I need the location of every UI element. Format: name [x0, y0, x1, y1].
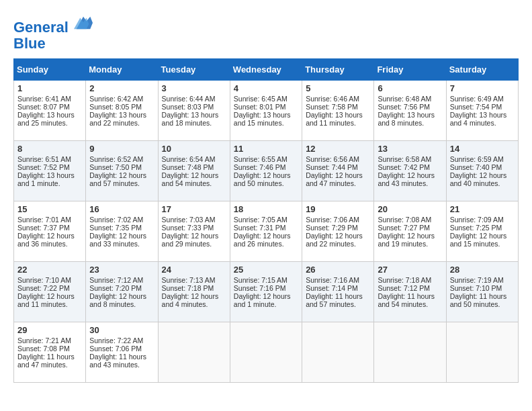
- svg-marker-1: [74, 18, 89, 30]
- day-info-line: Sunrise: 6:58 AM: [378, 155, 442, 163]
- calendar-cell: 14Sunrise: 6:59 AMSunset: 7:40 PMDayligh…: [446, 141, 518, 201]
- day-info-line: and 18 minutes.: [162, 119, 226, 127]
- day-info-line: Sunset: 7:40 PM: [450, 163, 515, 171]
- page-header: General Blue: [13, 13, 519, 52]
- calendar-cell: 4Sunrise: 6:45 AMSunset: 8:01 PMDaylight…: [230, 81, 302, 141]
- day-info-line: and 8 minutes.: [378, 119, 442, 127]
- day-info-line: Sunset: 7:10 PM: [450, 284, 515, 292]
- calendar-cell: 10Sunrise: 6:54 AMSunset: 7:48 PMDayligh…: [158, 141, 230, 201]
- day-info-line: and 50 minutes.: [450, 300, 515, 308]
- day-info-line: and 26 minutes.: [234, 240, 298, 248]
- day-info-line: Sunset: 7:48 PM: [162, 163, 226, 171]
- day-info-line: Daylight: 12 hours: [162, 232, 226, 240]
- day-info-line: and 8 minutes.: [89, 300, 154, 308]
- day-info-line: and 1 minute.: [234, 300, 298, 308]
- day-info-line: Sunrise: 6:49 AM: [450, 95, 515, 103]
- day-number: 8: [17, 144, 82, 154]
- day-info-line: Sunrise: 7:02 AM: [89, 216, 154, 224]
- day-info-line: Daylight: 13 hours: [450, 111, 515, 119]
- day-info-line: Sunrise: 6:55 AM: [234, 155, 298, 163]
- day-info-line: Sunset: 7:50 PM: [89, 163, 154, 171]
- calendar-cell: 7Sunrise: 6:49 AMSunset: 7:54 PMDaylight…: [446, 81, 518, 141]
- day-info-line: Daylight: 11 hours: [378, 292, 442, 300]
- day-number: 14: [450, 144, 515, 154]
- day-info-line: and 15 minutes.: [450, 240, 515, 248]
- day-info-line: and 57 minutes.: [306, 300, 370, 308]
- day-info-line: Sunset: 7:35 PM: [89, 224, 154, 232]
- day-info-line: Daylight: 12 hours: [378, 232, 442, 240]
- day-number: 6: [378, 83, 442, 93]
- day-info-line: Daylight: 12 hours: [17, 232, 82, 240]
- day-info-line: Sunrise: 7:16 AM: [306, 276, 370, 284]
- day-number: 2: [89, 83, 154, 93]
- calendar-header-row: SundayMondayTuesdayWednesdayThursdayFrid…: [14, 59, 519, 81]
- day-info-line: and 57 minutes.: [89, 179, 154, 187]
- calendar-cell: 12Sunrise: 6:56 AMSunset: 7:44 PMDayligh…: [302, 141, 374, 201]
- day-info-line: and 36 minutes.: [17, 240, 82, 248]
- day-number: 26: [306, 265, 370, 275]
- day-info-line: Daylight: 12 hours: [234, 292, 298, 300]
- header-saturday: Saturday: [446, 59, 518, 81]
- day-number: 4: [234, 83, 298, 93]
- day-number: 28: [450, 265, 515, 275]
- day-number: 25: [234, 265, 298, 275]
- day-number: 1: [17, 83, 82, 93]
- header-sunday: Sunday: [14, 59, 86, 81]
- day-info-line: and 25 minutes.: [17, 119, 82, 127]
- day-info-line: Sunrise: 7:03 AM: [162, 216, 226, 224]
- calendar-week-3: 15Sunrise: 7:01 AMSunset: 7:37 PMDayligh…: [14, 201, 519, 262]
- day-number: 11: [234, 144, 298, 154]
- day-info-line: Daylight: 12 hours: [306, 232, 370, 240]
- day-info-line: Sunrise: 7:09 AM: [450, 216, 515, 224]
- day-info-line: Sunset: 7:58 PM: [306, 103, 370, 111]
- day-info-line: Sunrise: 6:44 AM: [162, 95, 226, 103]
- day-number: 22: [17, 265, 82, 275]
- day-info-line: Sunrise: 7:15 AM: [234, 276, 298, 284]
- day-info-line: Sunrise: 6:59 AM: [450, 155, 515, 163]
- day-info-line: and 47 minutes.: [306, 179, 370, 187]
- day-info-line: Sunset: 7:18 PM: [162, 284, 226, 292]
- day-info-line: and 50 minutes.: [234, 179, 298, 187]
- day-info-line: Daylight: 12 hours: [450, 232, 515, 240]
- day-info-line: Daylight: 13 hours: [378, 111, 442, 119]
- day-info-line: Daylight: 13 hours: [17, 171, 82, 179]
- day-info-line: Daylight: 13 hours: [162, 111, 226, 119]
- day-info-line: and 54 minutes.: [162, 179, 226, 187]
- day-info-line: Sunset: 7:14 PM: [306, 284, 370, 292]
- day-info-line: and 4 minutes.: [162, 300, 226, 308]
- day-info-line: and 43 minutes.: [378, 179, 442, 187]
- calendar-cell: 15Sunrise: 7:01 AMSunset: 7:37 PMDayligh…: [14, 201, 86, 262]
- calendar-cell: 22Sunrise: 7:10 AMSunset: 7:22 PMDayligh…: [14, 262, 86, 322]
- day-number: 17: [162, 204, 226, 214]
- day-number: 7: [450, 83, 515, 93]
- day-info-line: Daylight: 12 hours: [89, 171, 154, 179]
- logo-blue: Blue: [13, 35, 46, 52]
- day-number: 19: [306, 204, 370, 214]
- day-info-line: and 22 minutes.: [89, 119, 154, 127]
- day-info-line: Sunrise: 7:22 AM: [89, 336, 154, 345]
- day-info-line: Sunrise: 6:45 AM: [234, 95, 298, 103]
- day-info-line: Daylight: 12 hours: [234, 171, 298, 179]
- day-info-line: Daylight: 13 hours: [89, 111, 154, 119]
- day-info-line: Sunrise: 7:01 AM: [17, 216, 82, 224]
- day-number: 12: [306, 144, 370, 154]
- calendar-cell: 9Sunrise: 6:52 AMSunset: 7:50 PMDaylight…: [86, 141, 158, 201]
- calendar-cell: 27Sunrise: 7:18 AMSunset: 7:12 PMDayligh…: [374, 262, 446, 322]
- day-info-line: Sunrise: 6:42 AM: [89, 95, 154, 103]
- day-info-line: Sunrise: 7:10 AM: [17, 276, 82, 284]
- day-info-line: Daylight: 13 hours: [234, 111, 298, 119]
- day-info-line: Sunset: 7:44 PM: [306, 163, 370, 171]
- day-number: 21: [450, 204, 515, 214]
- calendar-cell: [446, 322, 518, 383]
- day-info-line: Daylight: 12 hours: [89, 292, 154, 300]
- day-info-line: Sunset: 7:20 PM: [89, 284, 154, 292]
- day-info-line: and 11 minutes.: [17, 300, 82, 308]
- header-thursday: Thursday: [302, 59, 374, 81]
- day-number: 15: [17, 204, 82, 214]
- day-number: 3: [162, 83, 226, 93]
- day-info-line: Sunrise: 7:21 AM: [17, 336, 82, 345]
- day-info-line: Daylight: 12 hours: [17, 292, 82, 300]
- day-info-line: Sunset: 7:54 PM: [450, 103, 515, 111]
- day-info-line: Sunset: 8:05 PM: [89, 103, 154, 111]
- calendar-week-1: 1Sunrise: 6:41 AMSunset: 8:07 PMDaylight…: [14, 81, 519, 141]
